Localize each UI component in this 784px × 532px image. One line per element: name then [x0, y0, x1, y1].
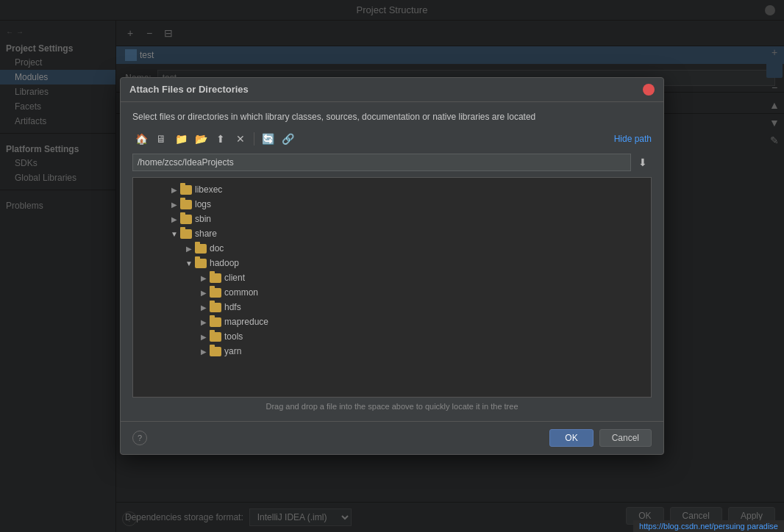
path-input[interactable]	[132, 154, 631, 171]
modal-overlay: Attach Files or Directories Select files…	[0, 0, 784, 532]
drag-hint: Drag and drop a file into the space abov…	[132, 398, 652, 412]
modal-ok-button[interactable]: OK	[549, 429, 593, 447]
tree-label-hadoop: hadoop	[210, 258, 651, 268]
file-home-button[interactable]: 🏠	[132, 130, 150, 148]
file-refresh-button[interactable]: 🔄	[259, 130, 277, 148]
tree-item-share[interactable]: ▼ share	[133, 226, 651, 241]
tree-label-mapreduce: mapreduce	[224, 317, 651, 327]
folder-icon-client	[210, 273, 221, 283]
tree-label-share: share	[195, 229, 651, 239]
url-text: https://blog.csdn.net/persuing paradise	[639, 522, 778, 531]
tree-item-hdfs[interactable]: ▶ hdfs	[133, 300, 651, 314]
folder-icon-libexec	[180, 185, 192, 195]
modal-footer-actions: OK Cancel	[549, 429, 652, 447]
path-row: ⬇	[132, 154, 652, 171]
tree-label-common: common	[224, 287, 651, 298]
tree-arrow-hadoop: ▼	[183, 257, 195, 269]
tree-item-tools[interactable]: ▶ tools	[133, 329, 651, 344]
tree-label-logs: logs	[195, 199, 651, 209]
modal-cancel-button[interactable]: Cancel	[599, 429, 652, 447]
file-new-folder-button[interactable]: 📁	[172, 130, 190, 148]
tree-arrow-mapreduce: ▶	[198, 316, 210, 328]
folder-icon-logs	[180, 200, 192, 209]
tree-label-hdfs: hdfs	[224, 302, 651, 312]
tree-item-libexec[interactable]: ▶ libexec	[133, 182, 651, 197]
file-upload-button[interactable]: ⬆	[212, 130, 229, 148]
folder-icon-doc	[195, 244, 207, 254]
tree-item-common[interactable]: ▶ common	[133, 285, 651, 300]
tree-item-hadoop[interactable]: ▼ hadoop	[133, 256, 651, 270]
folder-icon-mapreduce	[210, 317, 221, 327]
tree-arrow-libexec: ▶	[168, 184, 180, 195]
modal-close-button[interactable]	[643, 84, 655, 96]
folder-icon-hdfs	[210, 303, 221, 312]
file-open-folder-button[interactable]: 📂	[192, 130, 210, 148]
folder-icon-sbin	[180, 215, 192, 224]
modal-title-bar: Attach Files or Directories	[121, 78, 663, 102]
tree-arrow-yarn: ▶	[198, 345, 210, 357]
url-bar: https://blog.csdn.net/persuing paradise	[633, 520, 784, 532]
file-delete-button[interactable]: ✕	[232, 130, 249, 148]
attach-files-modal: Attach Files or Directories Select files…	[120, 77, 664, 456]
file-link-button[interactable]: 🔗	[279, 130, 296, 148]
tree-arrow-share: ▼	[168, 228, 180, 240]
modal-help-button[interactable]: ?	[132, 431, 147, 445]
tree-item-sbin[interactable]: ▶ sbin	[133, 212, 651, 226]
folder-icon-share	[180, 229, 192, 239]
tree-item-logs[interactable]: ▶ logs	[133, 197, 651, 212]
tree-arrow-doc: ▶	[183, 242, 195, 254]
tree-label-tools: tools	[224, 331, 651, 342]
tree-item-client[interactable]: ▶ client	[133, 270, 651, 285]
tree-item-mapreduce[interactable]: ▶ mapreduce	[133, 314, 651, 329]
tree-arrow-tools: ▶	[198, 331, 210, 342]
modal-description: Select files or directories in which lib…	[132, 111, 652, 123]
file-desktop-button[interactable]: 🖥	[152, 130, 170, 148]
tree-arrow-hdfs: ▶	[198, 301, 210, 313]
path-navigate-button[interactable]: ⬇	[634, 154, 652, 171]
folder-icon-hadoop	[195, 259, 207, 268]
tree-item-yarn[interactable]: ▶ yarn	[133, 344, 651, 359]
tree-label-doc: doc	[210, 243, 651, 254]
modal-body: Select files or directories in which lib…	[121, 102, 663, 422]
tree-arrow-client: ▶	[198, 272, 210, 284]
hide-path-button[interactable]: Hide path	[614, 134, 652, 144]
tree-label-libexec: libexec	[195, 184, 651, 195]
folder-icon-common	[210, 288, 221, 298]
tree-label-yarn: yarn	[224, 346, 651, 356]
file-toolbar: 🏠 🖥 📁 📂 ⬆ ✕ 🔄 🔗 Hide path	[132, 130, 652, 148]
tree-label-sbin: sbin	[195, 214, 651, 224]
modal-title: Attach Files or Directories	[129, 84, 249, 95]
tree-item-doc[interactable]: ▶ doc	[133, 241, 651, 256]
tree-arrow-common: ▶	[198, 287, 210, 298]
modal-footer: ? OK Cancel	[121, 421, 663, 454]
tree-label-client: client	[224, 273, 651, 283]
tree-arrow-sbin: ▶	[168, 213, 180, 225]
file-tree[interactable]: ▶ libexec ▶ logs ▶ sbin ▼	[132, 177, 652, 398]
folder-icon-tools	[210, 332, 221, 342]
tree-arrow-logs: ▶	[168, 198, 180, 210]
folder-icon-yarn	[210, 347, 221, 356]
toolbar-separator	[254, 132, 254, 145]
